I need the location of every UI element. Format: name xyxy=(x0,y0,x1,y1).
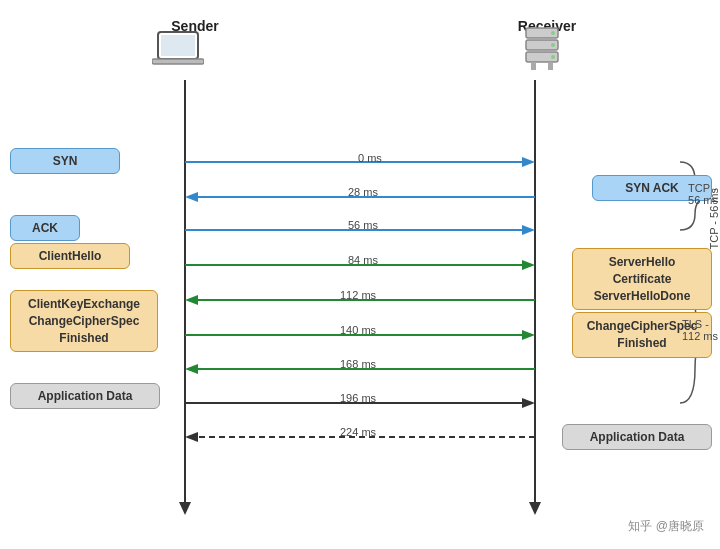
svg-rect-1 xyxy=(161,35,195,56)
svg-rect-9 xyxy=(531,62,536,70)
time-140ms: 140 ms xyxy=(340,324,376,336)
time-112ms: 112 ms xyxy=(340,289,376,301)
svg-marker-28 xyxy=(185,364,198,374)
time-84ms: 84 ms xyxy=(348,254,378,266)
svg-marker-16 xyxy=(522,157,535,167)
tls-label-text: TLS -112 ms xyxy=(682,318,718,342)
svg-rect-2 xyxy=(152,59,204,64)
svg-marker-24 xyxy=(185,295,198,305)
svg-point-4 xyxy=(551,31,555,35)
svg-marker-30 xyxy=(522,398,535,408)
box-appdata-left: Application Data xyxy=(10,383,160,409)
svg-marker-22 xyxy=(522,260,535,270)
time-0ms: 0 ms xyxy=(358,152,382,164)
box-clientkeyexchange: ClientKeyExchangeChangeCipherSpecFinishe… xyxy=(10,290,158,352)
svg-marker-12 xyxy=(179,502,191,515)
svg-marker-26 xyxy=(522,330,535,340)
svg-marker-18 xyxy=(185,192,198,202)
svg-rect-10 xyxy=(548,62,553,70)
diagram: Sender Receiver xyxy=(0,0,720,549)
time-56ms: 56 ms xyxy=(348,219,378,231)
tcp-label-text: TCP -56 ms xyxy=(688,182,718,206)
sender-icon xyxy=(148,30,208,76)
watermark: 知乎 @唐晓原 xyxy=(628,518,704,535)
box-serverhello: ServerHelloCertificateServerHelloDone xyxy=(572,248,712,310)
svg-point-6 xyxy=(551,43,555,47)
box-syn: SYN xyxy=(10,148,120,174)
svg-point-8 xyxy=(551,55,555,59)
box-ack: ACK xyxy=(10,215,80,241)
svg-marker-14 xyxy=(529,502,541,515)
receiver-icon xyxy=(512,26,572,76)
box-appdata-right: Application Data xyxy=(562,424,712,450)
time-196ms: 196 ms xyxy=(340,392,376,404)
svg-marker-32 xyxy=(185,432,198,442)
time-28ms: 28 ms xyxy=(348,186,378,198)
box-clienthello: ClientHello xyxy=(10,243,130,269)
time-224ms: 224 ms xyxy=(340,426,376,438)
time-168ms: 168 ms xyxy=(340,358,376,370)
svg-marker-20 xyxy=(522,225,535,235)
